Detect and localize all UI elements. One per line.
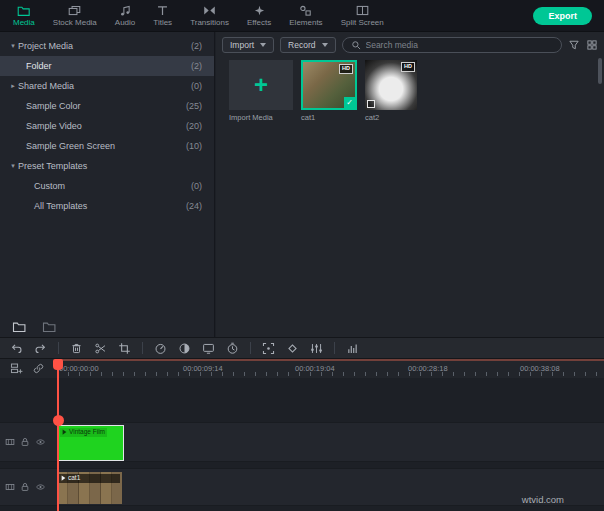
toolbar-separator (334, 342, 335, 354)
keyframe-icon[interactable] (286, 342, 299, 355)
undo-icon[interactable] (10, 342, 23, 355)
add-folder-icon[interactable] (12, 321, 26, 332)
ruler-timestamp: 00:00:38:08 (520, 364, 560, 373)
playhead-line[interactable] (57, 359, 59, 511)
tab-stock-media[interactable]: Stock Media (44, 0, 106, 31)
video-track-1[interactable]: cat1 (0, 468, 604, 506)
tab-titles[interactable]: Titles (144, 0, 181, 31)
video-track-2[interactable]: Vintage Film (0, 422, 604, 462)
toolbar-separator (250, 342, 251, 354)
playhead-handle[interactable] (53, 359, 63, 370)
redo-icon[interactable] (34, 342, 47, 355)
play-icon (61, 475, 66, 481)
titles-icon (156, 5, 169, 16)
sidebar-item-label: Shared Media (18, 81, 74, 91)
sidebar-item-label: Custom (34, 181, 65, 191)
sidebar-item-preset-templates[interactable]: ▾ Preset Templates (0, 156, 214, 176)
search-input[interactable] (366, 40, 554, 50)
color-correction-icon[interactable] (178, 342, 191, 355)
search-icon (351, 40, 361, 50)
filter-icon[interactable] (568, 39, 580, 51)
motion-tracking-icon[interactable] (262, 342, 275, 355)
clip-label: cat1 (68, 475, 80, 482)
track-header (0, 423, 57, 461)
timeline-clip-cat1[interactable]: cat1 (57, 472, 122, 504)
import-label: Import (230, 40, 254, 50)
sidebar-item-all-templates[interactable]: All Templates (24) (0, 196, 214, 216)
media-item-cat2[interactable]: HD cat2 (365, 60, 417, 122)
sidebar-item-project-media[interactable]: ▾ Project Media (2) (0, 36, 214, 56)
split-scissors-icon[interactable] (94, 342, 107, 355)
media-toolbar: Import Record (222, 36, 598, 54)
delete-folder-icon[interactable] (42, 321, 56, 332)
chevron-down-icon (260, 43, 266, 47)
tab-audio[interactable]: Audio (106, 0, 144, 31)
tab-label: Elements (289, 18, 322, 27)
ruler-timestamp: 00:00:19:04 (295, 364, 335, 373)
eye-icon[interactable] (35, 437, 46, 447)
audio-meter-icon[interactable] (346, 342, 359, 355)
track-type-icon[interactable] (5, 437, 15, 447)
import-media-drop-area[interactable]: + (229, 60, 293, 110)
link-icon[interactable] (32, 362, 45, 375)
sidebar-item-label: Sample Color (26, 101, 81, 111)
expand-arrow-icon[interactable]: ▸ (8, 82, 18, 90)
export-button[interactable]: Export (533, 7, 592, 25)
grid-view-icon[interactable] (586, 39, 598, 51)
ruler-timestamp: 00:00:28:18 (408, 364, 448, 373)
sidebar-item-sample-color[interactable]: Sample Color (25) (0, 96, 214, 116)
tab-label: Split Screen (341, 18, 384, 27)
sidebar-item-shared-media[interactable]: ▸ Shared Media (0) (0, 76, 214, 96)
search-box[interactable] (342, 37, 563, 53)
sidebar-item-sample-green-screen[interactable]: Sample Green Screen (10) (0, 136, 214, 156)
eye-icon[interactable] (35, 482, 46, 492)
transitions-icon (203, 5, 216, 16)
expand-arrow-icon[interactable]: ▾ (8, 42, 18, 50)
green-screen-icon[interactable] (202, 342, 215, 355)
clip-label: Vintage Film (69, 429, 105, 436)
manage-tracks-icon[interactable] (10, 362, 23, 375)
tab-elements[interactable]: Elements (280, 0, 331, 31)
mixer-icon[interactable] (310, 342, 323, 355)
sidebar-item-folder[interactable]: Folder (2) (0, 56, 214, 76)
sidebar-item-label: Sample Video (26, 121, 82, 131)
expand-arrow-icon[interactable]: ▾ (8, 162, 18, 170)
timeline-ruler[interactable]: 00:00:00:00 00:00:09:14 00:00:19:04 00:0… (57, 359, 604, 378)
tab-label: Transitions (190, 18, 229, 27)
thumbnail[interactable]: HD (365, 60, 417, 110)
chevron-down-icon (322, 43, 328, 47)
lock-icon[interactable] (20, 437, 30, 447)
import-dropdown[interactable]: Import (222, 37, 274, 53)
sidebar-item-count: (0) (191, 181, 202, 191)
scrollbar-thumb[interactable] (598, 58, 602, 84)
sidebar-item-count: (24) (186, 201, 202, 211)
tab-label: Audio (115, 18, 135, 27)
thumbnail[interactable]: HD ✓ (301, 60, 357, 110)
lock-icon[interactable] (20, 482, 30, 492)
tile-label: cat2 (365, 113, 417, 122)
tab-effects[interactable]: Effects (238, 0, 280, 31)
tab-transitions[interactable]: Transitions (181, 0, 238, 31)
timeline-panel: 00:00:00:00 00:00:09:14 00:00:19:04 00:0… (0, 359, 604, 511)
sidebar-item-count: (20) (186, 121, 202, 131)
check-icon: ✓ (344, 97, 355, 108)
duration-icon[interactable] (226, 342, 239, 355)
playhead-knob[interactable] (53, 415, 64, 426)
toolbar-separator (58, 342, 59, 354)
effects-icon (253, 5, 266, 16)
sidebar-item-label: Project Media (18, 41, 73, 51)
import-media-tile[interactable]: + Import Media (229, 60, 293, 122)
crop-icon[interactable] (118, 342, 131, 355)
delete-icon[interactable] (70, 342, 83, 355)
media-item-cat1[interactable]: HD ✓ cat1 (301, 60, 357, 122)
track-type-icon[interactable] (5, 482, 15, 492)
track-header (0, 469, 57, 505)
tab-label: Media (13, 18, 35, 27)
timeline-clip-vintage-film[interactable]: Vintage Film (57, 425, 124, 461)
sidebar-item-custom[interactable]: Custom (0) (0, 176, 214, 196)
record-dropdown[interactable]: Record (280, 37, 335, 53)
tab-split-screen[interactable]: Split Screen (332, 0, 393, 31)
sidebar-item-sample-video[interactable]: Sample Video (20) (0, 116, 214, 136)
speed-icon[interactable] (154, 342, 167, 355)
tab-media[interactable]: Media (4, 0, 44, 31)
